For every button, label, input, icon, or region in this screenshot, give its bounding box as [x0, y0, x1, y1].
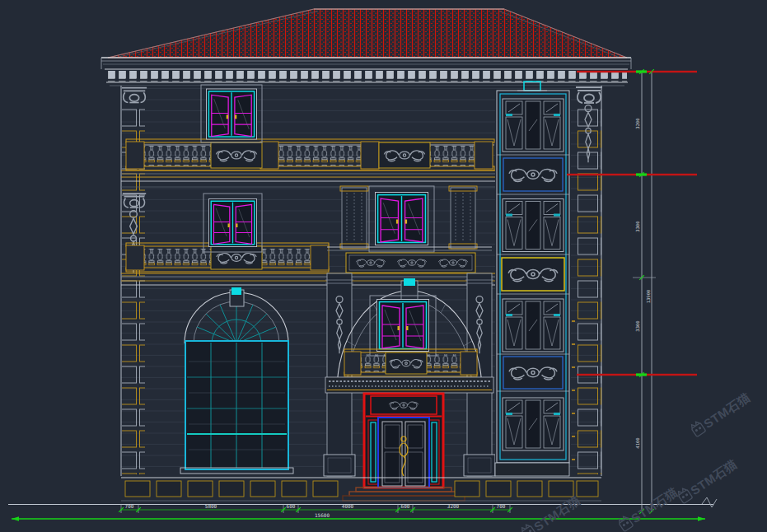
dim-label: 3300: [635, 320, 640, 331]
tower-window: [503, 299, 564, 352]
ground-line: [8, 497, 717, 507]
center-bay-1f: [324, 273, 495, 501]
ornate-column-right: [449, 186, 477, 249]
dentil-row: [106, 71, 627, 82]
dim-label: 4000: [342, 503, 354, 509]
balustrade-ornament-panel: [211, 142, 262, 168]
balustrade-ornament-panel: [386, 352, 427, 374]
bottom-dimension-chain: 700 5800 600 4000 600 3200 700 15600: [12, 503, 705, 521]
watermark: STM石猫: [676, 456, 740, 506]
break-symbol: [702, 497, 717, 507]
watermark-text: STM石猫: [688, 456, 740, 497]
dim-label: 600: [287, 503, 296, 509]
center-bay-2f: [327, 186, 492, 273]
cad-elevation-canvas: 700 5800 600 4000 600 3200 700 15600 320…: [0, 0, 767, 532]
tower-ornament-panel-blue: [503, 357, 563, 389]
tower-ornament-panel-gold: [502, 258, 564, 291]
balustrade-ornament-panel: [379, 142, 430, 168]
base-plinth: [121, 478, 601, 501]
balustrade-ornament-panel: [211, 246, 262, 269]
dim-label: 5800: [205, 503, 217, 509]
level-line: [567, 174, 697, 175]
frieze-ornament-panel: [346, 253, 475, 273]
tower-ornament-panel-blue: [503, 158, 563, 191]
cornice: [101, 58, 631, 86]
watermark: STM石猫: [617, 484, 680, 532]
watermark: STM石猫: [690, 390, 753, 439]
roof-tile-field: [108, 9, 627, 58]
baluster-row: [128, 146, 493, 166]
right-stair-tower: [495, 82, 575, 476]
dim-label: 700: [125, 503, 134, 509]
cornice-end-caps: [101, 58, 631, 69]
balustrade-post: [311, 245, 329, 270]
keystone-cyan-block: [404, 278, 415, 286]
hip-roof: [108, 9, 627, 58]
tower-base: [495, 463, 569, 476]
tower-window: [503, 199, 564, 252]
window-3f-balcony-door: [201, 85, 262, 142]
elevation-drawing: 700 5800 600 4000 600 3200 700 15600 320…: [0, 0, 767, 532]
watermark-text: STM石猫: [629, 484, 680, 525]
dim-label: 3200: [635, 118, 640, 128]
plinth-panels: [125, 481, 598, 497]
entrance-steps: [343, 488, 465, 501]
dim-label: 700: [497, 503, 506, 509]
entrance-door: [364, 394, 443, 488]
ornate-column-left: [340, 186, 368, 249]
watermark-text: STM石猫: [701, 390, 753, 431]
window-1f-center: [370, 296, 436, 356]
dim-label: 3300: [635, 221, 640, 231]
right-quoin-column: [575, 87, 602, 474]
watermark: STM石猫: [520, 492, 583, 532]
watermark-text: STM石猫: [531, 492, 583, 532]
tower-window: [503, 99, 564, 152]
window-2f-left: [203, 194, 262, 252]
window-2f-center: [369, 186, 434, 252]
dim-label: 4100: [635, 437, 640, 448]
dim-label-overall: 15600: [315, 512, 330, 518]
tower-window: [503, 398, 564, 450]
dim-label: 600: [401, 503, 410, 509]
keystone-cyan-block: [232, 287, 241, 295]
dim-label-overall: 13900: [646, 290, 651, 304]
dim-label: 3200: [447, 503, 460, 509]
balustrade-post: [126, 245, 144, 270]
porch-frieze-band: [325, 377, 493, 393]
